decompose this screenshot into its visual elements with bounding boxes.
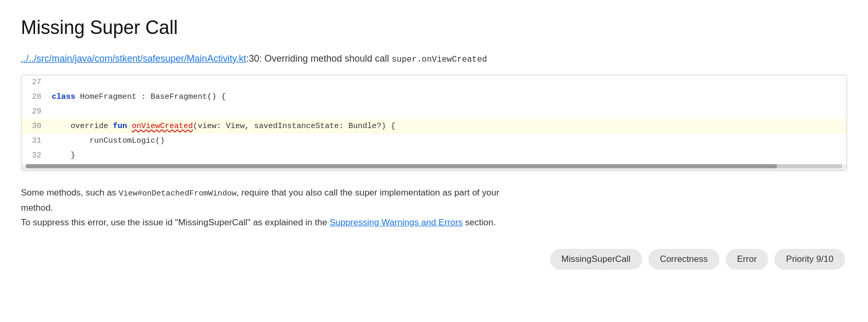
horizontal-scrollbar[interactable] [21,164,847,170]
code-content: runCustomLogic() [48,134,847,148]
code-content: } [48,148,847,163]
description-line-3: To suppress this error, use the issue id… [21,215,847,230]
code-line-29: 29 [21,105,847,119]
line-num: 31 [21,134,48,148]
tag-correctness: Correctness [648,249,719,270]
file-reference: ../../src/main/java/com/stkent/safesuper… [21,53,847,64]
code-block: 27 28 class HomeFragment : BaseFragment(… [21,75,847,171]
file-link[interactable]: ../../src/main/java/com/stkent/safesuper… [21,53,246,64]
line-num: 32 [21,148,48,163]
code-line-31: 31 runCustomLogic() [21,134,847,148]
keyword-fun: fun [113,122,127,131]
scrollbar-track [26,164,842,168]
keyword-class: class [52,93,75,101]
description-section: Some methods, such as View#onDetachedFro… [21,186,847,230]
desc-suffix-1: , require that you also call the super i… [236,188,499,198]
desc-prefix-3: To suppress this error, use the issue id… [21,217,329,227]
code-content [48,105,847,119]
scrollbar-thumb [26,164,777,168]
suppressing-link[interactable]: Suppressing Warnings and Errors [329,217,463,227]
line-number: :30 [246,53,259,64]
code-content [48,75,847,90]
line-num: 27 [21,75,48,90]
tag-priority: Priority 9/10 [774,249,845,270]
desc-code-1: View#onDetachedFromWindow [119,189,236,198]
line-num: 30 [21,119,48,134]
code-line-27: 27 [21,75,847,90]
page-title: Missing Super Call [21,17,847,39]
code-content: override fun onViewCreated(view: View, s… [48,119,847,134]
description-line-1: Some methods, such as View#onDetachedFro… [21,186,847,201]
error-message: : Overriding method should call [259,53,392,64]
code-table: 27 28 class HomeFragment : BaseFragment(… [21,75,847,163]
tag-error: Error [726,249,769,270]
code-line-30: 30 override fun onViewCreated(view: View… [21,119,847,134]
description-line-2: method. [21,201,847,215]
code-line-28: 28 class HomeFragment : BaseFragment() { [21,90,847,105]
code-line-32: 32 } [21,148,847,163]
line-num: 29 [21,105,48,119]
code-content: class HomeFragment : BaseFragment() { [48,90,847,105]
desc-suffix-3: section. [463,217,496,227]
line-num: 28 [21,90,48,105]
function-name-error: onViewCreated [132,122,193,131]
desc-prefix-1: Some methods, such as [21,188,119,198]
tag-missing-super-call: MissingSuperCall [550,249,642,270]
method-code: super.onViewCreated [392,55,487,64]
tags-row: MissingSuperCall Correctness Error Prior… [21,249,847,270]
